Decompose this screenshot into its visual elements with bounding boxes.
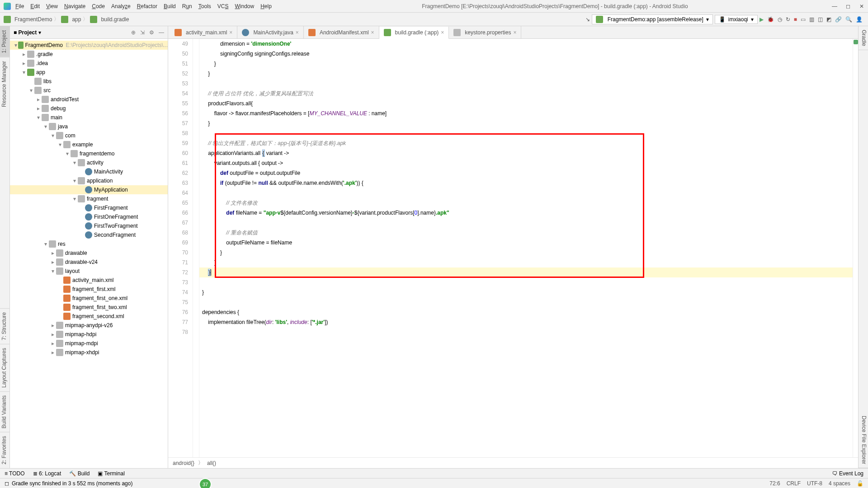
menu-vcs[interactable]: VCS: [217, 3, 229, 9]
tree-item[interactable]: ▸.gradle: [10, 50, 168, 59]
run-icon[interactable]: ▶: [760, 16, 764, 23]
menu-help[interactable]: Help: [260, 3, 272, 9]
tree-item[interactable]: ▾layout: [10, 267, 168, 276]
left-tab-layout-captures[interactable]: Layout Captures: [0, 344, 9, 391]
tree-item[interactable]: ▸mipmap-mdpi: [10, 339, 168, 348]
expand-icon[interactable]: ⇲: [140, 29, 145, 36]
line-separator[interactable]: CRLF: [787, 480, 801, 487]
tree-item[interactable]: ▸debug: [10, 104, 168, 113]
left-tab-favorites[interactable]: 2: Favorites: [0, 432, 9, 468]
tab-close-icon[interactable]: ×: [371, 29, 374, 36]
tree-item[interactable]: fragment_first_one.xml: [10, 294, 168, 303]
left-tab-structure[interactable]: 7: Structure: [0, 308, 9, 344]
menu-code[interactable]: Code: [92, 3, 105, 9]
tab-close-icon[interactable]: ×: [296, 29, 299, 36]
tree-item[interactable]: ▾FragmentDemo E:\Projects\zouqi\AndroidS…: [10, 41, 168, 50]
tree-item[interactable]: ▾java: [10, 122, 168, 131]
indent-setting[interactable]: 4 spaces: [829, 480, 850, 487]
tree-item[interactable]: ▸drawable-v24: [10, 258, 168, 267]
event-log-button[interactable]: 🗨 Event Log: [832, 470, 863, 477]
stop-icon[interactable]: ■: [794, 16, 797, 23]
attach-debugger-icon[interactable]: ↻: [786, 16, 790, 23]
code-content[interactable]: 💡 ▶ dimension = 'dimensionOne' signingCo…: [199, 39, 853, 457]
editor-tab[interactable]: keystore.properties×: [449, 26, 521, 38]
notification-bubble[interactable]: 37: [199, 478, 212, 488]
tree-item[interactable]: ▾res: [10, 239, 168, 249]
device-dropdown[interactable]: 📱imxiaoqi▾: [715, 15, 758, 24]
bottom-tab-todo[interactable]: ≡ TODO: [5, 470, 25, 477]
error-stripe[interactable]: [853, 39, 858, 457]
project-view-dropdown[interactable]: ■ Project ▾: [14, 29, 41, 36]
avd-manager-icon[interactable]: ▭: [801, 16, 806, 23]
menu-refactor[interactable]: Refactor: [137, 3, 157, 9]
tree-item[interactable]: MyApplication: [10, 185, 168, 194]
right-tab-gradle[interactable]: Gradle: [859, 26, 868, 50]
tree-item[interactable]: ▸androidTest: [10, 95, 168, 104]
sdk-manager-icon[interactable]: ▥: [809, 16, 814, 23]
menu-file[interactable]: File: [15, 3, 24, 9]
tree-item[interactable]: ▾activity: [10, 158, 168, 167]
readonly-lock-icon[interactable]: 🔓: [857, 480, 863, 487]
tree-item[interactable]: FirstTwoFragment: [10, 221, 168, 230]
file-encoding[interactable]: UTF-8: [807, 480, 822, 487]
run-config-dropdown[interactable]: FragmentDemo:app [assembleRelease]▾: [592, 14, 713, 24]
user-icon[interactable]: 👤: [856, 16, 863, 23]
tree-item[interactable]: activity_main.xml: [10, 276, 168, 285]
layout-inspector-icon[interactable]: ◫: [818, 16, 823, 23]
tree-item[interactable]: ▾app: [10, 68, 168, 77]
maximize-icon[interactable]: ◻: [845, 4, 851, 9]
editor-tab[interactable]: MainActivity.java×: [237, 26, 304, 38]
tree-item[interactable]: MainActivity: [10, 167, 168, 176]
bottom-tab-terminal[interactable]: ▣ Terminal: [98, 470, 124, 477]
editor-tab[interactable]: AndroidManifest.xml×: [304, 26, 379, 38]
menu-run[interactable]: Run: [182, 3, 192, 9]
right-tab-device-file-explorer[interactable]: Device File Explorer: [859, 412, 868, 468]
tree-item[interactable]: FirstFragment: [10, 203, 168, 212]
tree-item[interactable]: ▸mipmap-anydpi-v26: [10, 321, 168, 330]
tree-item[interactable]: ▾example: [10, 140, 168, 149]
tree-item[interactable]: fragment_first.xml: [10, 285, 168, 294]
resource-manager-icon[interactable]: ◩: [826, 16, 831, 23]
tree-item[interactable]: ▸mipmap-hdpi: [10, 330, 168, 339]
tree-item[interactable]: FirstOneFragment: [10, 212, 168, 221]
tree-item[interactable]: ▸drawable: [10, 249, 168, 258]
tab-close-icon[interactable]: ×: [229, 29, 232, 36]
bottom-tab-logcat[interactable]: ≣ 6: Logcat: [33, 470, 61, 477]
breadcrumb[interactable]: FragmentDemo 〉 app 〉 build.gradle: [4, 15, 129, 23]
tree-item[interactable]: ▾src: [10, 86, 168, 95]
minimize-icon[interactable]: —: [832, 4, 837, 9]
menu-tools[interactable]: Tools: [198, 3, 211, 9]
project-tree[interactable]: ▾FragmentDemo E:\Projects\zouqi\AndroidS…: [10, 39, 168, 468]
caret-position[interactable]: 72:6: [769, 480, 780, 487]
line-number-gutter[interactable]: 4950515253545556575859606162636465666768…: [168, 39, 193, 457]
locate-icon[interactable]: ⊕: [131, 29, 136, 36]
close-icon[interactable]: ✕: [859, 4, 864, 9]
tree-item[interactable]: fragment_second.xml: [10, 312, 168, 321]
menu-window[interactable]: Window: [235, 3, 254, 9]
tree-item[interactable]: libs: [10, 77, 168, 86]
code-breadcrumb[interactable]: android{}〉all(): [168, 457, 858, 468]
debug-icon[interactable]: 🐞: [767, 16, 774, 23]
sync-gradle-icon[interactable]: ↘: [585, 16, 590, 23]
tree-item[interactable]: ▾fragment: [10, 194, 168, 203]
menu-view[interactable]: View: [46, 3, 58, 9]
tree-item[interactable]: ▾application: [10, 176, 168, 185]
editor-tab[interactable]: activity_main.xml×: [170, 26, 237, 38]
gear-icon[interactable]: ⚙: [149, 29, 154, 36]
tree-item[interactable]: ▸mipmap-xhdpi: [10, 348, 168, 357]
tree-item[interactable]: ▾main: [10, 113, 168, 122]
left-tab-project[interactable]: 1: Project: [0, 26, 9, 57]
fold-gutter[interactable]: [193, 39, 199, 457]
tab-close-icon[interactable]: ×: [513, 29, 516, 36]
menu-build[interactable]: Build: [164, 3, 176, 9]
menu-analyze[interactable]: Analyze: [111, 3, 131, 9]
tree-item[interactable]: ▾fragmentdemo: [10, 149, 168, 158]
tab-close-icon[interactable]: ×: [441, 29, 444, 36]
app-links-icon[interactable]: 🔗: [835, 16, 842, 23]
menu-edit[interactable]: Edit: [30, 3, 40, 9]
tree-item[interactable]: ▾com: [10, 131, 168, 140]
profile-icon[interactable]: ◷: [778, 16, 782, 23]
left-tab-resource-manager[interactable]: Resource Manager: [0, 57, 9, 111]
editor-tab[interactable]: build.gradle (:app)×: [379, 27, 449, 39]
tree-item[interactable]: fragment_first_two.xml: [10, 303, 168, 312]
